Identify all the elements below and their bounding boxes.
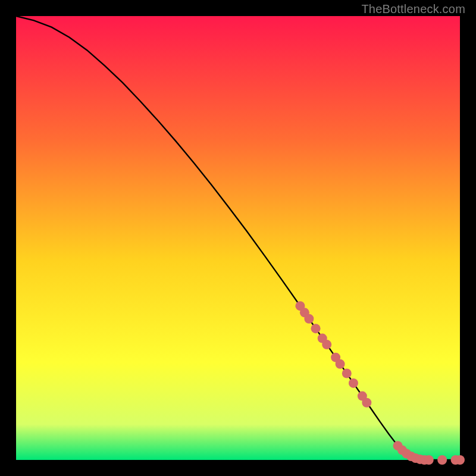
watermark-text: TheBottleneck.com xyxy=(361,2,465,16)
data-point xyxy=(349,378,358,388)
data-point xyxy=(322,340,331,349)
data-point xyxy=(342,369,352,378)
plot-background xyxy=(16,16,460,460)
data-point xyxy=(437,455,447,465)
data-point xyxy=(311,324,321,333)
data-point xyxy=(424,455,434,465)
data-point xyxy=(304,314,314,324)
data-point xyxy=(455,455,465,465)
data-point xyxy=(362,398,371,408)
chart-frame: TheBottleneck.com xyxy=(0,0,476,476)
chart-svg xyxy=(0,0,476,476)
data-point xyxy=(336,359,345,369)
